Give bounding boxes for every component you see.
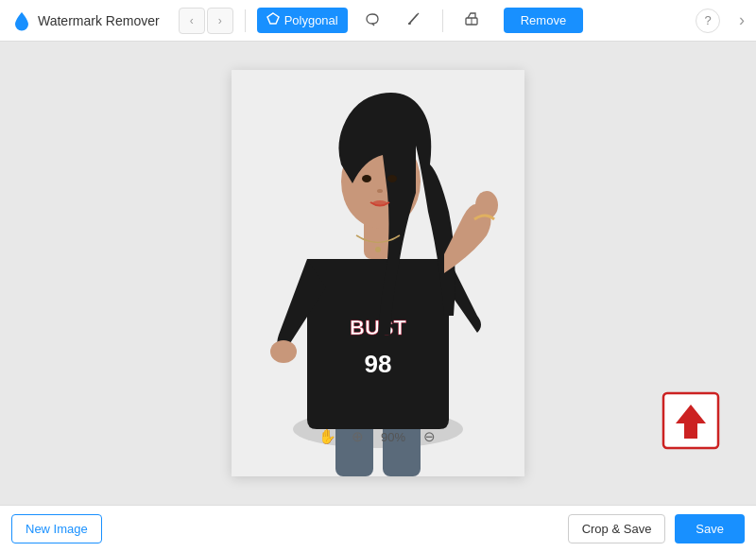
polygonal-icon	[266, 12, 280, 28]
zoom-out-button[interactable]: ⊖	[418, 425, 440, 448]
image-svg: BUST 98 BUST	[232, 70, 524, 476]
polygonal-tool-button[interactable]: Polygonal	[257, 8, 348, 33]
svg-point-18	[375, 247, 381, 252]
eraser-icon	[464, 11, 479, 29]
bottom-bar: New Image Crop & Save Save	[0, 505, 756, 552]
bottom-right-actions: Crop & Save Save	[568, 514, 745, 543]
remove-button[interactable]: Remove	[504, 8, 583, 33]
more-icon: ›	[739, 10, 745, 30]
canvas-area: BUST 98 BUST	[0, 42, 756, 505]
divider-2	[442, 9, 443, 32]
svg-text:BUST: BUST	[350, 316, 406, 339]
svg-point-20	[270, 340, 297, 363]
svg-marker-0	[267, 13, 279, 24]
eraser-tool-button[interactable]	[455, 7, 489, 34]
lasso-icon	[365, 11, 380, 29]
lasso-tool-button[interactable]	[355, 7, 389, 34]
zoom-level: 90%	[376, 430, 410, 444]
svg-text:98: 98	[365, 350, 392, 378]
brush-tool-button[interactable]	[397, 7, 431, 34]
zoom-bar: ✋ ⊕ 90% ⊖	[316, 425, 440, 448]
divider-1	[245, 9, 246, 32]
pan-tool-button[interactable]: ✋	[316, 425, 338, 448]
back-button[interactable]: ‹	[179, 8, 205, 34]
new-image-button[interactable]: New Image	[11, 514, 102, 543]
toolbar: Watermark Remover ‹ › Polygonal	[0, 0, 756, 42]
app-title: Watermark Remover	[38, 13, 160, 28]
toolbar-right: ? ›	[696, 9, 745, 33]
brush-icon	[406, 11, 421, 29]
polygonal-label: Polygonal	[284, 13, 338, 27]
svg-point-16	[377, 189, 383, 193]
help-button[interactable]: ?	[696, 9, 720, 33]
arrow-hint	[662, 391, 720, 454]
app-logo: Watermark Remover	[11, 10, 160, 31]
image-container: BUST 98 BUST	[232, 70, 524, 476]
svg-point-14	[362, 175, 371, 182]
nav-buttons: ‹ ›	[179, 8, 233, 34]
forward-button[interactable]: ›	[207, 8, 233, 34]
svg-point-15	[387, 175, 397, 182]
logo-icon	[11, 10, 32, 31]
arrow-down-icon	[662, 391, 720, 450]
svg-point-2	[408, 23, 411, 25]
svg-point-17	[372, 200, 387, 206]
main-image: BUST 98 BUST	[232, 70, 524, 476]
zoom-in-button[interactable]: ⊕	[346, 425, 369, 448]
save-button[interactable]: Save	[675, 514, 745, 543]
crop-save-button[interactable]: Crop & Save	[568, 514, 666, 543]
